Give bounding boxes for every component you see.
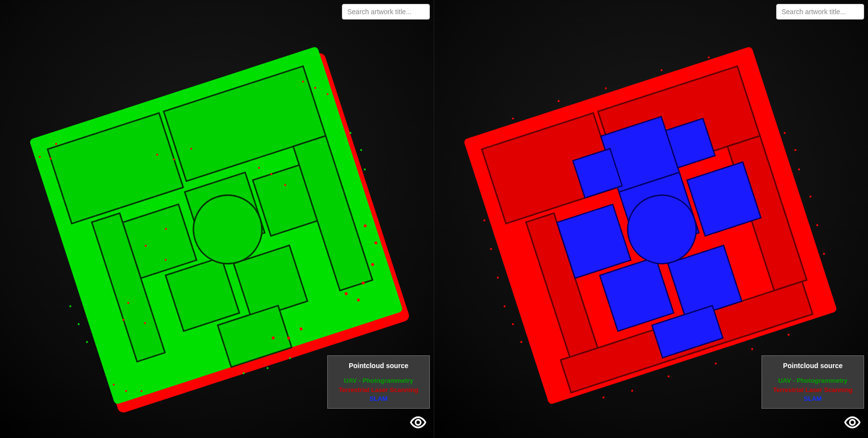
svg-point-61 [798, 168, 800, 171]
svg-point-50 [266, 367, 269, 369]
legend-item-tls: Terrestrial Laser Scanning [767, 386, 859, 394]
legend-item-uav: UAV - Photogrammetry [767, 376, 859, 385]
svg-point-77 [512, 117, 514, 120]
svg-point-72 [631, 390, 634, 392]
svg-point-47 [86, 341, 88, 343]
left-viewport[interactable]: Pointcloud source UAV - Photogrammetry T… [0, 0, 434, 438]
eye-icon [844, 425, 861, 433]
legend-right: Pointcloud source UAV - Photogrammetry T… [762, 355, 864, 409]
svg-point-60 [794, 149, 797, 151]
svg-point-65 [512, 323, 514, 325]
svg-point-73 [667, 375, 670, 377]
search-input-left[interactable] [342, 4, 430, 20]
svg-point-52 [416, 420, 421, 425]
svg-point-70 [483, 219, 486, 221]
svg-point-74 [715, 362, 717, 365]
svg-point-69 [490, 248, 492, 250]
svg-point-48 [69, 305, 71, 307]
svg-point-45 [363, 168, 366, 171]
toggle-visibility-button-right[interactable] [844, 414, 861, 431]
svg-point-78 [557, 100, 560, 102]
svg-point-44 [360, 149, 362, 151]
svg-point-66 [520, 341, 523, 343]
right-viewport[interactable]: Pointcloud source UAV - Photogrammetry T… [434, 0, 868, 438]
svg-point-80 [660, 69, 663, 71]
svg-point-92 [850, 420, 855, 425]
svg-point-67 [503, 305, 506, 307]
svg-point-64 [823, 253, 825, 255]
legend-item-slam: SLAM [767, 394, 859, 403]
search-input-right[interactable] [776, 4, 864, 20]
app-split-view: Pointcloud source UAV - Photogrammetry T… [0, 0, 868, 438]
legend-item-tls: Terrestrial Laser Scanning [333, 386, 424, 394]
svg-point-75 [751, 348, 753, 350]
svg-point-63 [816, 224, 818, 226]
svg-point-79 [605, 87, 607, 89]
legend-item-uav: UAV - Photogrammetry [333, 376, 424, 385]
eye-icon [409, 425, 427, 433]
legend-title: Pointcloud source [333, 362, 424, 370]
svg-point-62 [809, 195, 812, 197]
svg-point-59 [783, 131, 786, 134]
svg-point-46 [78, 323, 80, 325]
svg-point-71 [602, 396, 605, 399]
svg-point-81 [708, 56, 710, 59]
legend-title: Pointcloud source [767, 362, 859, 370]
toggle-visibility-button-left[interactable] [409, 414, 427, 431]
legend-left: Pointcloud source UAV - Photogrammetry T… [327, 355, 430, 409]
svg-point-76 [787, 333, 790, 336]
svg-point-68 [497, 276, 499, 279]
legend-item-slam: SLAM [333, 394, 424, 403]
